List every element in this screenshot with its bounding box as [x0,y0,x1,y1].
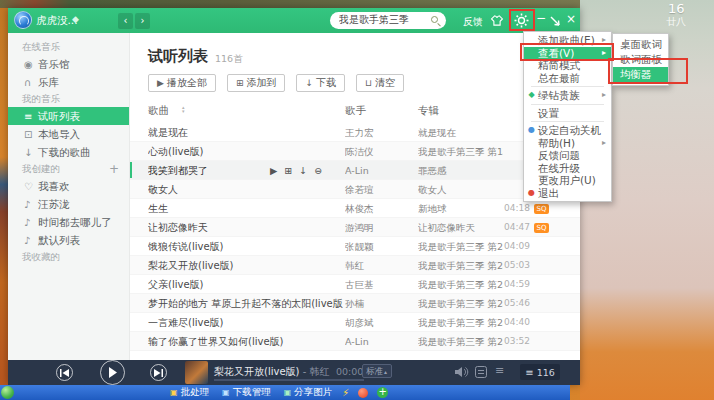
table-row[interactable]: 敬女人 ▶ ⊞ ↓ ⊖ 徐若瑄 敬女人 [130,180,580,199]
sidebar-item[interactable]: 时间都去哪儿了 [8,213,129,231]
play-button[interactable] [100,360,125,385]
progress-bar[interactable] [214,379,364,381]
song-artist[interactable]: 胡彦斌 [345,313,411,332]
volume-icon[interactable] [455,366,469,378]
next-track-button[interactable] [150,364,167,381]
toolbar-button[interactable]: 清空 [356,74,404,92]
sidebar-item[interactable]: 我创建的+ [8,161,129,177]
remove-icon[interactable]: ⊖ [314,161,322,180]
column-header-song[interactable]: 歌曲 [148,104,169,118]
table-row[interactable]: 让初恋像昨天 ▶ ⊞ ↓ ⊖ 游鸿明 让初恋像昨天 04:47 SQ [130,218,580,237]
search-input[interactable] [339,13,427,27]
song-album[interactable]: 我是歌手第三季 第1期 [418,142,503,161]
song-artist[interactable]: 张靓颖 [345,237,411,256]
song-album[interactable]: 我是歌手第三季 第2期 [418,332,503,351]
column-header-artist[interactable]: 歌手 [345,104,366,118]
menu-item[interactable]: 绿钻贵族▸ [524,89,611,102]
feedback-button[interactable]: 反馈 [463,15,483,29]
search-icon[interactable] [431,16,438,23]
sidebar-item[interactable]: 乐库 [8,73,129,91]
sidebar-item[interactable]: 默认列表 [8,231,129,249]
app-logo-avatar[interactable] [14,11,32,29]
song-album[interactable]: 我是歌手第三季 第2期 [418,275,503,294]
table-row[interactable]: 一言难尽(live版) ▶ ⊞ ↓ ⊖ 胡彦斌 我是歌手第三季 第2期 04:4… [130,313,580,332]
song-album[interactable]: 我是歌手第三季 第2期 [418,237,503,256]
play-mode-icon[interactable]: ≡ [495,364,504,377]
album-art[interactable] [185,361,208,384]
toolbar-button[interactable]: 添加到 [227,74,286,92]
menu-item[interactable]: 帮助(H)▸ [524,137,611,150]
table-row[interactable]: 心动(live版) ▶ ⊞ ↓ ⊖ 陈洁仪 我是歌手第三季 第1期 [130,142,580,161]
table-row[interactable]: 生生 ▶ ⊞ ↓ ⊖ 林俊杰 新地球 04:18 SQ [130,199,580,218]
menu-item[interactable]: ▸ [531,104,604,105]
menu-item[interactable]: 在线升级▸ [524,162,611,175]
song-artist[interactable]: 林俊杰 [345,199,411,218]
play-icon[interactable]: ▶ [270,161,277,180]
taskbar-item[interactable]: 下载管理 [222,386,271,399]
sort-icon[interactable]: ▴ ▾ [182,105,185,113]
add-playlist-button[interactable]: + [109,161,119,177]
song-artist[interactable]: 古巨基 [345,275,411,294]
song-artist[interactable]: 王力宏 [345,123,411,142]
sidebar-item[interactable]: 音乐馆 [8,55,129,73]
minimize-button[interactable]: − [536,11,546,25]
table-row[interactable]: 我笑到都哭了 ▶ ⊞ ↓ ⊖ A-Lin 罪恶感 [130,161,580,180]
song-artist[interactable]: A-Lin [345,161,411,180]
toolbar-button[interactable]: 下载 [296,74,345,92]
song-artist[interactable]: 陈洁仪 [345,142,411,161]
sidebar-item[interactable]: 本地导入 [8,125,129,143]
table-row[interactable]: 父亲(live版) ▶ ⊞ ↓ ⊖ 古巨基 我是歌手第三季 第2期 04:59 [130,275,580,294]
playlist-queue-button[interactable]: ≡116 [520,364,560,380]
taskbar-item[interactable]: 分享图片 [284,386,333,399]
table-row[interactable]: 饿狼传说(live版) ▶ ⊞ ↓ ⊖ 张靓颖 我是歌手第三季 第2期 04:0… [130,237,580,256]
menu-item[interactable]: ▸ [531,121,604,122]
now-playing[interactable]: 梨花又开放(live版) - 韩红 [214,365,329,379]
column-header-album[interactable]: 专辑 [418,104,439,118]
table-row[interactable]: 梨花又开放(live版) ▶ ⊞ ↓ ⊖ 韩红 我是歌手第三季 第2期 05:0… [130,256,580,275]
close-button[interactable]: × [566,12,576,26]
song-album[interactable]: 我是歌手第三季 第2期 [418,313,503,332]
toolbar-button[interactable]: 播放全部 [148,74,216,92]
menu-item[interactable]: 退出▸ [524,187,611,200]
table-row[interactable]: 输了你赢了世界又如何(live版) ▶ ⊞ ↓ ⊖ A-Lin 我是歌手第三季 … [130,332,580,351]
song-album[interactable]: 敬女人 [418,180,503,199]
download-icon[interactable]: ↓ [299,161,307,180]
song-artist[interactable]: A-Lin [345,332,411,351]
table-row[interactable]: 就是现在 ▶ ⊞ ↓ ⊖ 王力宏 就是现在 [130,123,580,142]
sidebar-item[interactable]: 在线音乐 [8,39,129,55]
table-row[interactable]: 梦开始的地方 草原上升起不落的太阳(live版) ▶ ⊞ ↓ ⊖ 孙楠 我是歌手… [130,294,580,313]
song-artist[interactable]: 徐若瑄 [345,180,411,199]
quality-selector[interactable]: 标准▴ [362,364,392,378]
song-album[interactable]: 罪恶感 [418,161,503,180]
song-album[interactable]: 就是现在 [418,123,503,142]
sidebar-item[interactable]: 汪苏泷 [8,195,129,213]
skin-icon[interactable] [490,15,504,26]
menu-item[interactable]: 设定自动关机▸ [524,124,611,137]
lightning-tray-icon[interactable]: ⚡ [342,387,349,398]
menu-item[interactable]: 反馈问题▸ [524,149,611,162]
menu-item[interactable]: 设置▸ [524,107,611,120]
red-circle-tray-icon[interactable] [358,388,368,398]
song-album[interactable]: 新地球 [418,199,503,218]
sidebar-item[interactable]: 下载的歌曲 [8,143,129,161]
song-album[interactable]: 我是歌手第三季 第2期 [418,294,503,313]
add-to-icon[interactable]: ⊞ [284,161,292,180]
sidebar-item[interactable]: 试听列表 [8,107,129,125]
song-album[interactable]: 我是歌手第三季 第2期 [418,256,503,275]
nav-forward-button[interactable]: › [135,13,150,29]
sidebar-item[interactable]: 我喜欢 [8,177,129,195]
song-album[interactable]: 让初恋像昨天 [418,218,503,237]
mini-mode-icon[interactable] [549,15,561,27]
song-artist[interactable]: 游鸿明 [345,218,411,237]
menu-item[interactable]: ▸ [531,86,604,87]
menu-item[interactable]: 总在最前▸ [524,72,611,85]
lyrics-icon[interactable] [475,366,487,378]
menu-item[interactable]: 更改用户(U)▸ [524,174,611,187]
sidebar-item[interactable]: 我的音乐 [8,91,129,107]
previous-track-button[interactable] [56,364,73,381]
green-ball-taskbar-icon[interactable] [1,386,14,399]
song-artist[interactable]: 韩红 [345,256,411,275]
submenu-item[interactable]: 桌面歌词 [613,37,668,52]
taskbar-item[interactable]: 批处理 [170,386,209,399]
song-artist[interactable]: 孙楠 [345,294,411,313]
